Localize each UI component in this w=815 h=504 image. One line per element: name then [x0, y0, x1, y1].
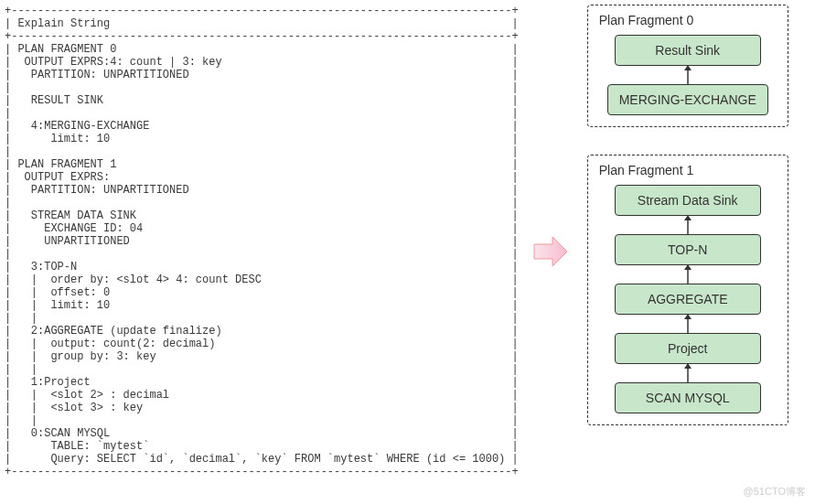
- watermark-label: @51CTO博客: [744, 485, 806, 499]
- arrow-right-icon: [528, 233, 574, 270]
- node-stream-data-sink: Stream Data Sink: [615, 185, 761, 216]
- svg-marker-0: [534, 237, 567, 266]
- connector-arrow-icon: [687, 66, 689, 84]
- node-project: Project: [615, 333, 761, 364]
- connector-arrow-icon: [687, 216, 689, 234]
- connector-arrow-icon: [687, 265, 689, 284]
- explain-text-block: +---------------------------------------…: [5, 5, 519, 478]
- fragment-title: Plan Fragment 1: [599, 163, 694, 177]
- fragment-0-box: Plan Fragment 0 Result Sink MERGING-EXCH…: [587, 5, 788, 127]
- fragment-title: Plan Fragment 0: [599, 13, 694, 27]
- svg-marker-10: [684, 363, 692, 369]
- svg-marker-2: [684, 65, 692, 70]
- plan-diagram: Plan Fragment 0 Result Sink MERGING-EXCH…: [587, 5, 788, 453]
- node-result-sink: Result Sink: [615, 35, 761, 66]
- node-aggregate: AGGREGATE: [615, 284, 761, 315]
- svg-marker-6: [684, 264, 692, 270]
- node-scan-mysql: SCAN MYSQL: [615, 382, 761, 413]
- svg-marker-4: [684, 215, 692, 220]
- node-merging-exchange: MERGING-EXCHANGE: [607, 84, 768, 115]
- node-top-n: TOP-N: [615, 234, 761, 265]
- svg-marker-8: [684, 314, 692, 319]
- connector-arrow-icon: [687, 315, 689, 333]
- connector-arrow-icon: [687, 364, 689, 382]
- fragment-1-box: Plan Fragment 1 Stream Data Sink TOP-N A…: [587, 155, 788, 425]
